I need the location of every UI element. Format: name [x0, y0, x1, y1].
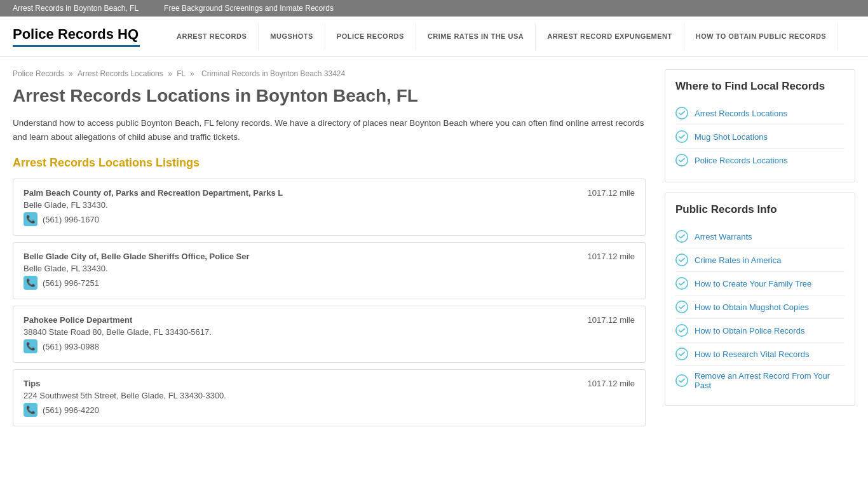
- listing-phone: 📞 (561) 996-7251: [24, 276, 635, 290]
- nav-arrest-records[interactable]: ARREST RECORDS: [165, 23, 259, 50]
- topbar-link2[interactable]: Free Background Screenings and Inmate Re…: [164, 4, 334, 13]
- sidebar-link-crime-rates[interactable]: Crime Rates in America: [675, 248, 844, 272]
- sidebar-link-police-records-locations[interactable]: Police Records Locations: [675, 149, 844, 172]
- sidebar-link-mugshot-copies[interactable]: How to Obtain Mugshot Copies: [675, 295, 844, 319]
- breadcrumb-police-records[interactable]: Police Records: [13, 69, 64, 78]
- sidebar: Where to Find Local Records Arrest Recor…: [665, 69, 855, 433]
- phone-number[interactable]: (561) 996-4220: [43, 405, 99, 415]
- phone-number[interactable]: (561) 996-1670: [43, 215, 99, 224]
- listing-name: Belle Glade City of, Belle Glade Sheriff…: [24, 252, 249, 261]
- listing-address: Belle Glade, FL 33430.: [24, 200, 635, 210]
- phone-icon: 📞: [24, 276, 37, 290]
- check-icon: [675, 324, 688, 337]
- listing-phone: 📞 (561) 996-1670: [24, 212, 635, 226]
- header: Police Records HQ ARREST RECORDS MUGSHOT…: [0, 17, 868, 57]
- sidebar-section2-title: Public Records Info: [675, 203, 844, 216]
- listing-card: Pahokee Police Department 1017.12 mile 3…: [13, 306, 646, 363]
- listing-distance: 1017.12 mile: [588, 252, 635, 261]
- nav-crime-rates[interactable]: CRIME RATES IN THE USA: [416, 23, 536, 50]
- content-area: Police Records » Arrest Records Location…: [13, 69, 646, 433]
- sidebar-link-remove-arrest-record[interactable]: Remove an Arrest Record From Your Past: [675, 366, 844, 395]
- listing-distance: 1017.12 mile: [588, 315, 635, 325]
- breadcrumb-arrest-locations[interactable]: Arrest Records Locations: [78, 69, 163, 78]
- sidebar-link-vital-records[interactable]: How to Research Vital Records: [675, 342, 844, 366]
- sidebar-section1-title: Where to Find Local Records: [675, 80, 844, 93]
- breadcrumb: Police Records » Arrest Records Location…: [13, 69, 646, 78]
- check-icon: [675, 277, 688, 290]
- listing-name: Pahokee Police Department: [24, 315, 132, 325]
- listings-heading: Arrest Records Locations Listings: [13, 156, 646, 170]
- check-icon: [675, 348, 688, 360]
- listing-name: Palm Beach County of, Parks and Recreati…: [24, 188, 283, 198]
- main-nav: ARREST RECORDS MUGSHOTS POLICE RECORDS C…: [165, 23, 838, 50]
- listing-address: 224 Southwest 5th Street, Belle Glade, F…: [24, 391, 635, 400]
- check-icon: [675, 230, 688, 243]
- listing-phone: 📞 (561) 996-4220: [24, 403, 635, 417]
- page-title: Arrest Records Locations in Boynton Beac…: [13, 86, 646, 106]
- listing-distance: 1017.12 mile: [588, 188, 635, 198]
- listing-address: 38840 State Road 80, Belle Glade, FL 334…: [24, 327, 635, 337]
- listing-card: Palm Beach County of, Parks and Recreati…: [13, 179, 646, 236]
- listing-phone: 📞 (561) 993-0988: [24, 339, 635, 353]
- phone-icon: 📞: [24, 339, 37, 353]
- phone-number[interactable]: (561) 996-7251: [43, 278, 99, 288]
- sidebar-link-arrest-records-locations[interactable]: Arrest Records Locations: [675, 102, 844, 125]
- check-icon: [675, 374, 688, 387]
- sidebar-link-arrest-warrants[interactable]: Arrest Warrants: [675, 225, 844, 248]
- phone-icon: 📞: [24, 403, 37, 417]
- check-icon: [675, 130, 688, 143]
- breadcrumb-fl[interactable]: FL: [177, 69, 186, 78]
- nav-public-records[interactable]: HOW TO OBTAIN PUBLIC RECORDS: [684, 23, 838, 50]
- site-logo[interactable]: Police Records HQ: [13, 26, 140, 47]
- check-icon: [675, 107, 688, 119]
- listing-name: Tips: [24, 379, 41, 388]
- sidebar-link-family-tree[interactable]: How to Create Your Family Tree: [675, 272, 844, 295]
- main-container: Police Records » Arrest Records Location…: [0, 57, 868, 445]
- nav-expungement[interactable]: ARREST RECORD EXPUNGEMENT: [536, 23, 684, 50]
- listing-address: Belle Glade, FL 33430.: [24, 264, 635, 273]
- check-icon: [675, 154, 688, 166]
- nav-police-records[interactable]: POLICE RECORDS: [325, 23, 416, 50]
- phone-number[interactable]: (561) 993-0988: [43, 342, 99, 351]
- listing-distance: 1017.12 mile: [588, 379, 635, 388]
- sidebar-section-local-records: Where to Find Local Records Arrest Recor…: [665, 69, 855, 182]
- listing-card: Tips 1017.12 mile 224 Southwest 5th Stre…: [13, 369, 646, 426]
- nav-mugshots[interactable]: MUGSHOTS: [259, 23, 325, 50]
- top-bar: Arrest Records in Boynton Beach, FL Free…: [0, 0, 868, 17]
- page-description: Understand how to access public Boynton …: [13, 116, 646, 144]
- check-icon: [675, 301, 688, 313]
- breadcrumb-current: Criminal Records in Boynton Beach 33424: [201, 69, 345, 78]
- check-icon: [675, 254, 688, 266]
- sidebar-section-public-records: Public Records Info Arrest Warrants Crim…: [665, 193, 855, 406]
- phone-icon: 📞: [24, 212, 37, 226]
- sidebar-link-mug-shot-locations[interactable]: Mug Shot Locations: [675, 125, 844, 149]
- topbar-link1[interactable]: Arrest Records in Boynton Beach, FL: [13, 4, 139, 13]
- sidebar-link-police-records[interactable]: How to Obtain Police Records: [675, 319, 844, 342]
- listing-card: Belle Glade City of, Belle Glade Sheriff…: [13, 242, 646, 299]
